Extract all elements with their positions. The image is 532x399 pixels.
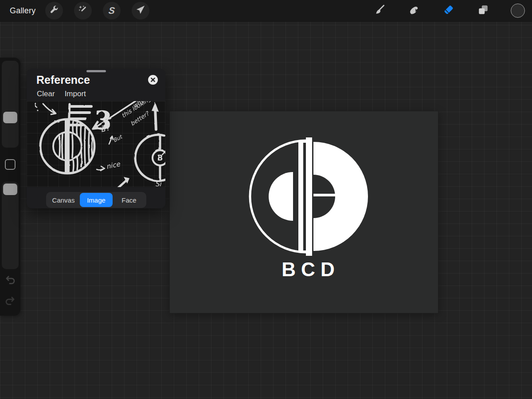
close-icon	[148, 79, 158, 86]
brush-button[interactable]	[371, 2, 388, 20]
logo-wordmark: BCD	[282, 258, 340, 280]
sketch-but: But	[112, 133, 124, 144]
undo-icon	[5, 276, 16, 287]
redo-button[interactable]	[4, 296, 16, 309]
sketch-nice: nice	[106, 160, 121, 170]
wrench-icon	[49, 5, 59, 16]
layers-button[interactable]	[474, 2, 492, 20]
redo-icon	[5, 297, 16, 308]
reference-image[interactable]: 3 why is this looking better?	[27, 101, 165, 187]
tab-image[interactable]: Image	[80, 193, 113, 207]
magic-wand-icon	[78, 5, 88, 16]
panel-actions: Clear Import	[37, 90, 86, 98]
selection-s-icon: S	[108, 5, 116, 16]
adjustments-button[interactable]	[74, 2, 92, 20]
import-button[interactable]: Import	[65, 90, 86, 98]
eraser-icon	[442, 4, 455, 18]
modify-button[interactable]	[5, 159, 16, 170]
transform-arrow-icon	[136, 5, 145, 16]
clear-button[interactable]: Clear	[37, 90, 55, 98]
current-color-swatch	[511, 4, 525, 18]
tab-face[interactable]: Face	[113, 193, 145, 207]
sketch-drawing: 3 why is this looking better?	[27, 101, 165, 187]
reference-tab-bar: Canvas Image Face	[46, 192, 146, 208]
transform-button[interactable]	[132, 2, 149, 20]
close-button[interactable]	[148, 74, 158, 85]
layers-icon	[477, 4, 489, 17]
sketch-si: Si	[155, 180, 162, 187]
brush-sidebar	[0, 58, 20, 316]
color-button[interactable]	[509, 2, 527, 20]
selections-button[interactable]: S	[103, 2, 121, 20]
panel-title: Reference	[36, 74, 90, 86]
brush-size-handle[interactable]	[3, 112, 17, 123]
drawing-canvas[interactable]: BCD	[170, 111, 438, 313]
actions-button[interactable]	[45, 2, 63, 20]
reference-panel: Reference Clear Import	[27, 69, 165, 208]
undo-button[interactable]	[4, 275, 16, 288]
bcd-logo: BCD	[170, 111, 438, 313]
smudge-finger-icon	[408, 4, 420, 17]
paint-tools	[371, 2, 532, 20]
opacity-handle[interactable]	[3, 184, 17, 195]
smudge-button[interactable]	[405, 2, 423, 20]
brush-size-slider[interactable]	[2, 61, 19, 148]
top-toolbar: Gallery S	[0, 0, 532, 22]
eraser-button[interactable]	[440, 2, 458, 20]
tab-canvas[interactable]: Canvas	[47, 193, 80, 207]
panel-drag-handle[interactable]	[86, 70, 106, 72]
procreate-workspace: Gallery S	[0, 0, 532, 399]
gallery-button[interactable]: Gallery	[10, 6, 35, 16]
brush-icon	[374, 4, 385, 17]
